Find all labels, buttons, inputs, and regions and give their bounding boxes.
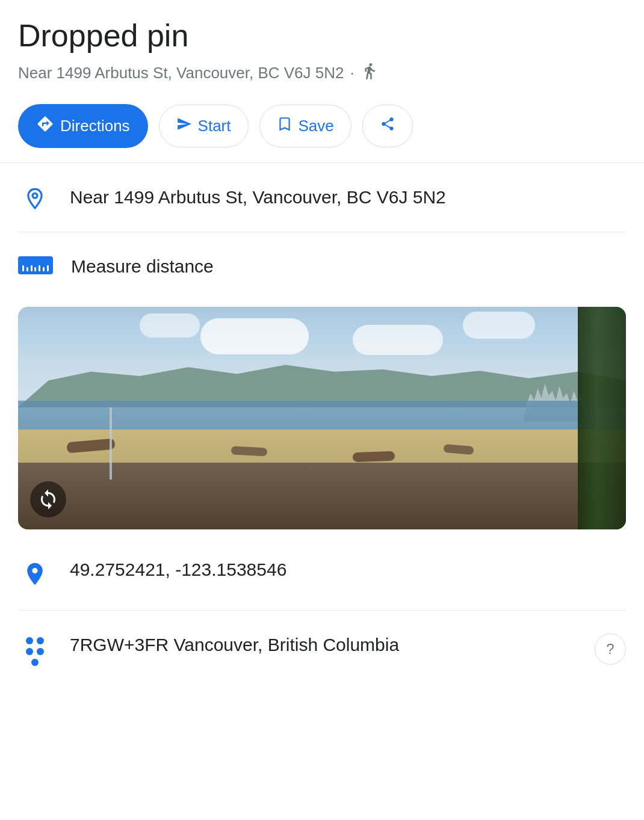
ruler-icon	[18, 254, 53, 274]
dot-4	[37, 648, 44, 655]
plus-code-row: 7RGW+3FR Vancouver, British Columbia ?	[18, 611, 626, 688]
directions-icon	[36, 115, 54, 137]
coordinates-section: 49.2752421, -123.1538546	[0, 535, 644, 688]
navigation-icon	[176, 116, 192, 136]
plus-code-text: 7RGW+3FR Vancouver, British Columbia	[70, 632, 399, 658]
start-button[interactable]: Start	[159, 105, 249, 147]
log-3	[352, 451, 395, 462]
svg-point-0	[33, 194, 37, 199]
measure-distance-text: Measure distance	[71, 254, 214, 279]
cloud-2	[140, 313, 200, 338]
coordinates-pin-icon	[18, 557, 52, 588]
dropped-pin-panel: Dropped pin Near 1499 Arbutus St, Vancou…	[0, 0, 644, 688]
share-icon	[380, 116, 395, 136]
directions-button[interactable]: Directions	[18, 104, 148, 148]
walk-icon	[361, 60, 379, 86]
street-view-container[interactable]	[18, 307, 626, 529]
save-button[interactable]: Save	[259, 105, 351, 147]
share-button[interactable]	[362, 105, 413, 147]
help-icon: ?	[606, 641, 614, 658]
rotate-360-button[interactable]	[30, 481, 66, 517]
address-row: Near 1499 Arbutus St, Vancouver, BC V6J …	[18, 163, 626, 232]
address-text: Near 1499 Arbutus St, Vancouver, BC V6J …	[70, 185, 446, 210]
dot-5	[31, 659, 39, 666]
start-label: Start	[198, 117, 231, 135]
subtitle-row: Near 1499 Arbutus St, Vancouver, BC V6J …	[18, 60, 626, 86]
bookmark-icon	[277, 116, 293, 136]
dot-3	[26, 648, 33, 655]
help-button[interactable]: ?	[595, 633, 626, 665]
dot-1	[26, 637, 33, 644]
tree-layer	[578, 307, 626, 529]
dot-2	[37, 637, 44, 644]
coordinates-row: 49.2752421, -123.1538546	[18, 535, 626, 611]
cloud-1	[200, 318, 309, 354]
plus-code-dots-icon	[18, 632, 52, 666]
directions-label: Directions	[60, 117, 130, 135]
actions-row: Directions Start Save	[0, 98, 644, 162]
header-section: Dropped pin Near 1499 Arbutus St, Vancou…	[0, 0, 644, 98]
plus-code-left: 7RGW+3FR Vancouver, British Columbia	[18, 632, 399, 666]
subtitle-dot: ·	[350, 64, 355, 82]
subtitle-text: Near 1499 Arbutus St, Vancouver, BC V6J …	[18, 64, 344, 82]
measure-distance-row[interactable]: Measure distance	[18, 232, 626, 301]
coordinates-text: 49.2752421, -123.1538546	[70, 557, 286, 582]
cloud-3	[353, 325, 443, 355]
page-title: Dropped pin	[18, 17, 626, 54]
info-section: Near 1499 Arbutus St, Vancouver, BC V6J …	[0, 163, 644, 301]
pole	[110, 407, 112, 479]
save-label: Save	[299, 117, 334, 135]
location-pin-icon	[18, 185, 52, 210]
cloud-4	[463, 312, 535, 339]
